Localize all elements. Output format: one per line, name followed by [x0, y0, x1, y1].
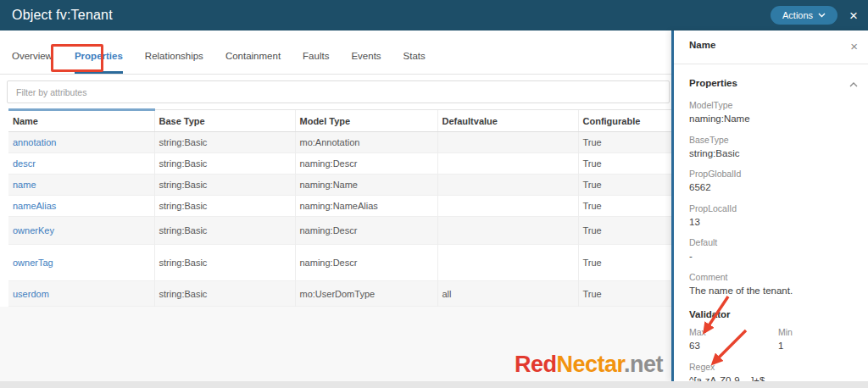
field-value: 6562 — [689, 181, 858, 195]
tab-overview[interactable]: Overview — [12, 51, 53, 74]
tab-relationships[interactable]: Relationships — [145, 51, 203, 74]
field-label: ModelType — [689, 100, 858, 110]
validator-min: Min 1 — [778, 327, 793, 353]
min-value: 1 — [778, 340, 793, 353]
table-header-row: NameBase TypeModel TypeDefaultvalueConfi… — [8, 110, 671, 132]
panel-fields: ModelTypenaming:NameBaseTypestring:Basic… — [689, 100, 858, 297]
panel-field-basetype: BaseTypestring:Basic — [689, 135, 858, 161]
field-value: string:Basic — [689, 147, 858, 161]
attribute-link[interactable]: userdom — [13, 289, 49, 299]
panel-field-proplocalid: PropLocalId13 — [689, 203, 858, 230]
panel-field-comment: CommentThe name of the tenant. — [689, 272, 858, 298]
tab-containment[interactable]: Containment — [225, 51, 281, 74]
panel-close-icon[interactable]: × — [850, 40, 858, 53]
attribute-link[interactable]: ownerKey — [13, 225, 54, 236]
field-label: PropLocalId — [689, 203, 858, 213]
panel-section-title: Properties — [689, 78, 737, 88]
window-bottom-strip — [0, 381, 868, 388]
detail-panel-header: Name × — [674, 30, 868, 64]
attribute-link[interactable]: ownerTag — [13, 258, 53, 268]
detail-panel: Name × Properties ModelTypenaming:NameBa… — [671, 30, 868, 381]
column-header-model-type[interactable]: Model Type — [295, 110, 437, 132]
tab-properties[interactable]: Properties — [75, 51, 123, 74]
window-header: Object fv:Tenant Actions × — [0, 0, 868, 30]
panel-field-modeltype: ModelTypenaming:Name — [689, 100, 858, 126]
panel-field-propglobalid: PropGlobalId6562 — [689, 169, 858, 195]
field-label: Comment — [689, 272, 858, 282]
table-row: ownerKeystring:Basicnaming:DescrTrue — [8, 217, 671, 245]
field-value: naming:Name — [689, 113, 858, 126]
watermark-net: .net — [624, 352, 663, 377]
field-label: Default — [689, 237, 858, 247]
attribute-link[interactable]: annotation — [13, 137, 56, 147]
max-label: Max — [689, 327, 778, 337]
close-icon[interactable]: × — [849, 8, 858, 23]
actions-button-label: Actions — [782, 10, 813, 20]
tab-events[interactable]: Events — [351, 51, 381, 74]
min-label: Min — [778, 327, 793, 337]
table-row: descrstring:Basicnaming:DescrTrue — [8, 153, 671, 175]
table-row: namestring:Basicnaming:NameTrue — [8, 175, 671, 196]
chevron-up-icon[interactable] — [849, 75, 858, 91]
detail-panel-title: Name — [689, 40, 715, 50]
table-row: annotationstring:Basicmo:AnnotationTrue — [8, 132, 671, 153]
field-label: PropGlobalId — [689, 169, 858, 179]
main-content: OverviewPropertiesRelationshipsContainme… — [0, 30, 671, 381]
filter-bar — [0, 75, 671, 108]
content-bottom: RedNectar.net — [0, 307, 671, 381]
table-row: ownerTagstring:Basicnaming:DescrTrue — [8, 245, 671, 281]
field-value: The name of the tenant. — [689, 285, 858, 298]
column-header-base-type[interactable]: Base Type — [154, 110, 295, 132]
validator-max: Max 63 — [689, 327, 778, 353]
attribute-link[interactable]: nameAlias — [13, 201, 56, 211]
tab-bar: OverviewPropertiesRelationshipsContainme… — [0, 30, 671, 75]
tab-stats[interactable]: Stats — [403, 51, 426, 74]
attribute-link[interactable]: descr — [13, 158, 36, 169]
page-title: Object fv:Tenant — [12, 8, 113, 23]
table-row: userdomstring:Basicmo:UserDomTypeallTrue — [8, 281, 671, 307]
filter-input[interactable] — [7, 80, 670, 103]
column-header-name[interactable]: Name — [8, 110, 154, 132]
table-row: nameAliasstring:Basicnaming:NameAliasTru… — [8, 196, 671, 217]
table-body: annotationstring:Basicmo:AnnotationTrued… — [8, 132, 671, 307]
validator-title: Validator — [689, 309, 858, 319]
chevron-down-icon — [818, 13, 826, 18]
regex-label: Regex — [689, 362, 858, 372]
tab-faults[interactable]: Faults — [303, 51, 329, 74]
field-label: BaseType — [689, 135, 858, 145]
field-value: - — [689, 250, 858, 263]
watermark-red: Red — [515, 352, 557, 377]
rednectar-watermark: RedNectar.net — [515, 352, 663, 378]
object-inspector-window: Object fv:Tenant Actions × OverviewPrope… — [0, 0, 868, 388]
detail-panel-body: Properties ModelTypenaming:NameBaseTypes… — [674, 64, 868, 387]
attribute-link[interactable]: name — [13, 180, 36, 190]
field-value: 13 — [689, 216, 858, 230]
properties-table: NameBase TypeModel TypeDefaultvalueConfi… — [8, 108, 671, 307]
column-header-defaultvalue[interactable]: Defaultvalue — [437, 110, 578, 132]
watermark-orange: Nectar — [556, 352, 624, 377]
actions-button[interactable]: Actions — [771, 6, 837, 25]
panel-field-default: Default- — [689, 237, 858, 263]
max-value: 63 — [689, 340, 778, 353]
column-header-configurable[interactable]: Configurable — [578, 110, 671, 132]
